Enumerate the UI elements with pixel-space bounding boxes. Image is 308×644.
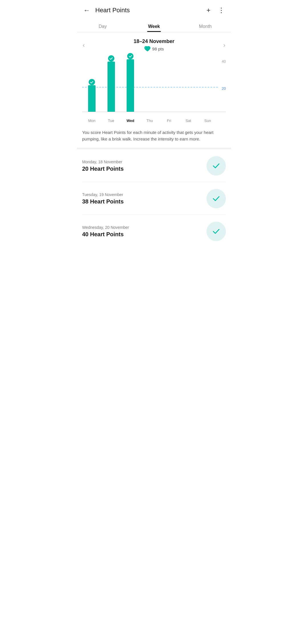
day-label-sun: Sun	[198, 119, 217, 123]
day-label-mon: Mon	[82, 119, 102, 123]
entry-info-0: Monday, 18 November 20 Heart Points	[82, 160, 124, 172]
bars-wrapper	[82, 59, 226, 112]
more-button[interactable]: ⋮	[217, 6, 226, 15]
tab-day[interactable]: Day	[77, 20, 128, 32]
day-label-thu: Thu	[140, 119, 159, 123]
entry-check-circle-1	[206, 189, 226, 208]
bar-wed[interactable]	[127, 59, 134, 112]
bar-col-tue	[102, 59, 121, 112]
add-button[interactable]: +	[205, 6, 212, 15]
bar-tue[interactable]	[108, 62, 115, 112]
entry-date-1: Tuesday, 19 November	[82, 192, 124, 197]
day-label-wed: Wed	[121, 119, 140, 123]
heart-icon	[144, 46, 151, 52]
header-icons: + ⋮	[205, 6, 226, 15]
chart-area: 40 20	[82, 59, 226, 116]
bar-col-wed	[121, 59, 140, 112]
day-label-tue: Tue	[102, 119, 121, 123]
entry-info-1: Tuesday, 19 November 38 Heart Points	[82, 192, 124, 205]
entry-date-0: Monday, 18 November	[82, 160, 124, 164]
entry-check-circle-2	[206, 222, 226, 241]
week-center: 18–24 November 98 pts	[133, 38, 174, 52]
entry-date-2: Wednesday, 20 November	[82, 225, 129, 230]
entry-checkmark-icon-1	[211, 193, 221, 204]
day-label-fri: Fri	[159, 119, 179, 123]
entry-points-1: 38 Heart Points	[82, 198, 124, 205]
header: ← Heart Points + ⋮	[77, 0, 231, 18]
total-points: 98 pts	[152, 46, 164, 51]
tab-week[interactable]: Week	[128, 20, 180, 32]
daily-entry-0[interactable]: Monday, 18 November 20 Heart Points	[82, 149, 226, 182]
back-button[interactable]: ←	[82, 6, 91, 15]
entry-info-2: Wednesday, 20 November 40 Heart Points	[82, 225, 129, 238]
bar-col-sun	[198, 59, 217, 112]
tab-month[interactable]: Month	[180, 20, 231, 32]
entry-check-circle-0	[206, 156, 226, 176]
daily-entry-1[interactable]: Tuesday, 19 November 38 Heart Points	[82, 182, 226, 215]
bar-col-sat	[179, 59, 198, 112]
tabs: Day Week Month	[77, 20, 231, 32]
daily-list: Monday, 18 November 20 Heart Points Tues…	[77, 149, 231, 247]
entry-points-0: 20 Heart Points	[82, 166, 124, 172]
page-title: Heart Points	[95, 7, 130, 14]
day-label-sat: Sat	[179, 119, 198, 123]
chart-container: 40 20 MonTueWedThuFriSatSun	[77, 54, 231, 123]
bar-check-mon	[89, 79, 95, 85]
bar-check-tue	[108, 55, 114, 62]
header-left: ← Heart Points	[82, 6, 130, 15]
bar-check-wed	[127, 53, 133, 59]
week-points: 98 pts	[133, 46, 174, 52]
bar-col-fri	[159, 59, 179, 112]
week-navigation: ‹ 18–24 November 98 pts ›	[77, 32, 231, 54]
bar-col-thu	[140, 59, 159, 112]
description-text: You score Heart Points for each minute o…	[77, 123, 231, 149]
week-range: 18–24 November	[133, 38, 174, 44]
entry-checkmark-icon-2	[211, 226, 221, 237]
entry-points-2: 40 Heart Points	[82, 231, 129, 238]
day-labels: MonTueWedThuFriSatSun	[82, 119, 226, 123]
next-week-button[interactable]: ›	[222, 40, 227, 51]
y-label-40: 40	[222, 59, 226, 64]
daily-entry-2[interactable]: Wednesday, 20 November 40 Heart Points	[82, 215, 226, 247]
entry-checkmark-icon-0	[211, 161, 221, 171]
bar-col-mon	[82, 59, 102, 112]
bar-mon[interactable]	[88, 85, 96, 112]
y-label-20: 20	[222, 86, 226, 91]
prev-week-button[interactable]: ‹	[81, 40, 86, 51]
